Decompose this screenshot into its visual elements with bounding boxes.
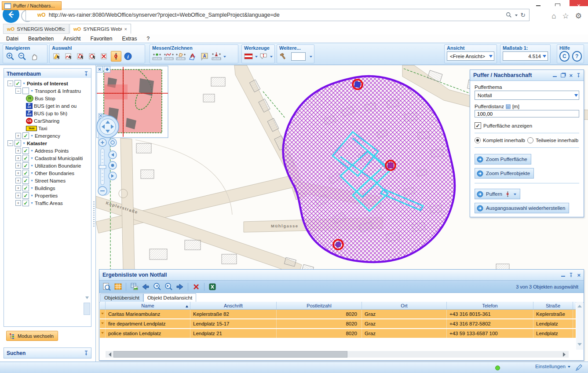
tree-node-taxi[interactable]: TAXITaxi bbox=[5, 124, 90, 132]
tree-node-buildings[interactable]: +✓▼Buildings bbox=[5, 184, 90, 192]
search-dropdown-caret[interactable] bbox=[515, 15, 518, 18]
excel-export-icon[interactable] bbox=[208, 282, 217, 291]
zoom-next-icon[interactable] bbox=[164, 282, 173, 291]
scroll-up-icon[interactable] bbox=[577, 303, 582, 307]
prev-object-icon[interactable] bbox=[141, 282, 150, 291]
zoom-prev-icon[interactable] bbox=[153, 282, 161, 291]
url-text[interactable]: http://w-ws-rainer:8080/WebOffice/synser… bbox=[49, 12, 503, 18]
select-polygon-icon[interactable] bbox=[75, 51, 86, 62]
expand-icon[interactable]: + bbox=[15, 200, 21, 206]
measure-area-icon[interactable] bbox=[175, 51, 186, 62]
pin-icon[interactable] bbox=[569, 273, 573, 278]
weitere-caret[interactable] bbox=[310, 56, 312, 59]
pufferdistanz-input[interactable] bbox=[475, 110, 579, 117]
select-circle-icon[interactable] bbox=[87, 51, 98, 62]
measure-line-icon[interactable] bbox=[164, 51, 174, 62]
node-caret-icon[interactable]: ▼ bbox=[30, 149, 33, 152]
copyright-button[interactable]: C bbox=[559, 51, 570, 62]
expand-icon[interactable]: + bbox=[15, 170, 21, 176]
layer-checkbox[interactable]: ✓ bbox=[15, 140, 21, 146]
layer-checkbox[interactable]: ✓ bbox=[22, 162, 29, 169]
hammer-tools-icon[interactable] bbox=[279, 51, 288, 62]
refresh-icon[interactable]: ↻ bbox=[520, 11, 526, 18]
ansicht-select[interactable]: <Freie Ansicht> bbox=[447, 51, 494, 61]
collapse-icon[interactable]: − bbox=[7, 80, 13, 86]
node-caret-icon[interactable]: ▼ bbox=[30, 186, 33, 190]
layer-checkbox[interactable]: ✓ bbox=[22, 200, 29, 206]
close-icon[interactable]: × bbox=[569, 72, 573, 79]
measure-coordinate-icon[interactable] bbox=[211, 51, 222, 62]
massstab-select[interactable]: 4.514 bbox=[503, 51, 548, 61]
expand-icon[interactable]: + bbox=[15, 155, 21, 161]
results-titlebar[interactable]: Ergebnisliste von Notfall × bbox=[99, 270, 584, 281]
puffern-caret[interactable] bbox=[514, 194, 516, 197]
info-icon[interactable]: i bbox=[123, 51, 133, 62]
scroll-left-icon[interactable] bbox=[106, 352, 111, 357]
tab-close-icon[interactable]: × bbox=[124, 26, 127, 32]
search-icon[interactable] bbox=[506, 12, 512, 18]
draw-text-icon[interactable]: A bbox=[187, 51, 198, 62]
pin-icon[interactable] bbox=[84, 71, 88, 77]
expand-icon[interactable]: + bbox=[15, 193, 21, 198]
layer-checkbox[interactable]: ✓ bbox=[22, 155, 29, 161]
layer-checkbox[interactable]: ✓ bbox=[22, 170, 29, 176]
browser-tab-admin[interactable]: wO SYNERGIS WebOffice Administ... bbox=[3, 24, 69, 34]
komplett-radio[interactable] bbox=[475, 137, 481, 143]
select-line-icon[interactable] bbox=[63, 51, 74, 62]
row-menu-icon[interactable] bbox=[100, 319, 106, 328]
column-header-telefon[interactable]: Telefon bbox=[447, 302, 533, 309]
table-row[interactable]: fire department LendplatzLendplatz 15-17… bbox=[100, 319, 576, 329]
table-row[interactable]: police station LendplatzLendplatz 218020… bbox=[100, 329, 576, 339]
tab-objekt-detailansicht[interactable]: Objekt Detailansicht bbox=[143, 293, 196, 302]
next-object-icon[interactable] bbox=[175, 282, 184, 291]
taskbar-buffer-button[interactable]: Puffer / Nachbars... bbox=[2, 1, 62, 10]
label-icon[interactable]: A bbox=[199, 51, 210, 62]
column-header-anschrift[interactable]: Anschrift bbox=[190, 302, 277, 309]
suchen-header[interactable]: Suchen bbox=[4, 347, 91, 358]
einstellungen-menu[interactable]: Einstellungen bbox=[535, 364, 570, 369]
node-caret-icon[interactable]: ▼ bbox=[30, 201, 33, 205]
node-caret-icon[interactable]: ▼ bbox=[30, 179, 33, 182]
scroll-down-icon[interactable] bbox=[577, 343, 582, 348]
overview-close-icon[interactable]: ✕ bbox=[96, 66, 103, 73]
ausgangsauswahl-button[interactable]: Ausgangsauswahl wiederherstellen bbox=[475, 203, 569, 213]
zoom-pufferobjekte-button[interactable]: Zoom Pufferobjekte bbox=[475, 168, 534, 179]
pufferthema-select[interactable]: Notfall bbox=[475, 91, 579, 100]
row-menu-icon[interactable] bbox=[100, 310, 106, 318]
measure-point-icon[interactable] bbox=[152, 51, 162, 62]
tree-node-carsharing[interactable]: CSCarSharing bbox=[5, 117, 90, 124]
zoom-in-icon[interactable] bbox=[5, 51, 15, 62]
scroll-right-icon[interactable] bbox=[563, 352, 568, 357]
identify-icon[interactable] bbox=[102, 282, 111, 291]
tree-node-bus-up-to-5h-[interactable]: PBUSBUS (up to 5h) bbox=[5, 110, 90, 117]
flag-tool-caret[interactable] bbox=[255, 56, 258, 59]
column-header-postleitzahl[interactable]: Postleitzahl bbox=[277, 302, 362, 309]
table-hscrollbar[interactable] bbox=[106, 351, 569, 358]
column-header-ort[interactable]: Ort bbox=[362, 302, 447, 309]
expand-icon[interactable]: + bbox=[15, 185, 21, 191]
pan-hand-icon[interactable] bbox=[29, 51, 39, 62]
expand-icon[interactable]: + bbox=[15, 133, 21, 139]
hscroll-thumb[interactable] bbox=[113, 351, 347, 358]
measure-more-caret[interactable] bbox=[223, 56, 226, 59]
column-header-name[interactable]: Name bbox=[106, 302, 190, 309]
tree-node-cadastral-municipaliti[interactable]: +✓▼Cadastral Municipaliti bbox=[5, 154, 90, 162]
tab-objektuebersicht[interactable]: Objektübersicht bbox=[100, 293, 143, 302]
sidebar-splitter[interactable] bbox=[93, 201, 95, 228]
node-caret-icon[interactable]: ▼ bbox=[30, 194, 33, 197]
modus-wechseln-button[interactable]: Modus wechseln bbox=[6, 331, 58, 341]
table-icon[interactable] bbox=[113, 282, 122, 291]
table-vscrollbar[interactable] bbox=[576, 302, 583, 350]
remove-results-icon[interactable] bbox=[192, 282, 201, 291]
close-icon[interactable]: × bbox=[577, 272, 581, 278]
pin-icon[interactable] bbox=[577, 73, 581, 78]
layer-checkbox[interactable]: ✓ bbox=[22, 147, 29, 154]
settings-gear-icon[interactable]: ⚙ bbox=[575, 11, 582, 21]
node-caret-icon[interactable]: ▼ bbox=[30, 164, 33, 167]
maptip-balloon-icon[interactable] bbox=[259, 51, 269, 62]
clear-selection-icon[interactable] bbox=[99, 51, 110, 62]
tree-node-properties[interactable]: +✓▼Properties bbox=[5, 192, 90, 199]
buffer-area[interactable] bbox=[283, 76, 455, 262]
tree-node-emergency[interactable]: +✓▼Emergency bbox=[5, 132, 90, 139]
node-caret-icon[interactable]: ▼ bbox=[30, 172, 33, 175]
